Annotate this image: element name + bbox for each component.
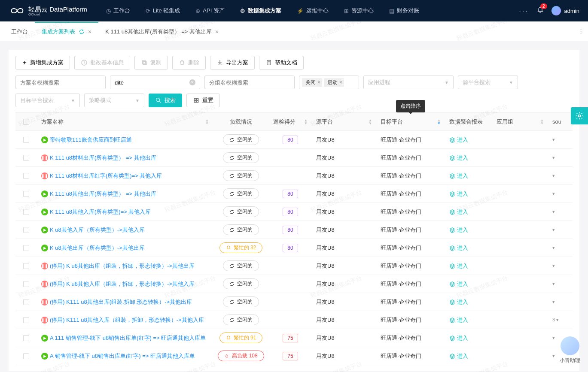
assistant[interactable]: 小青助理 xyxy=(560,336,580,364)
topnav-item[interactable]: ⊞资源中心 xyxy=(338,0,380,21)
sort-icon[interactable]: ▲▼ xyxy=(304,119,308,125)
enter-link[interactable]: 进入 xyxy=(449,154,468,162)
load-pill[interactable]: 繁忙的 91 xyxy=(219,333,263,343)
plan-link[interactable]: (停用) K u8其他入库（组装，拆卸，形态转换）->其他入库 xyxy=(50,280,195,288)
row-checkbox[interactable] xyxy=(23,227,29,233)
topnav-item[interactable]: ⊕API 资产 xyxy=(189,0,231,21)
plan-link[interactable]: K 111 u8其他出库(所有类型） => 其他出库 xyxy=(50,190,156,198)
load-pill[interactable]: 空闲的 xyxy=(223,315,259,325)
play-icon[interactable]: ▶ xyxy=(41,227,48,233)
row-checkbox[interactable] xyxy=(23,353,29,359)
help-button[interactable]: 帮助文档 xyxy=(259,56,304,70)
col-plan[interactable]: 方案名称▲▼ xyxy=(37,115,213,129)
pause-icon[interactable]: ❚❚ xyxy=(41,172,48,179)
row-checkbox[interactable] xyxy=(23,263,29,269)
more-menu-icon[interactable]: ··· xyxy=(519,8,529,14)
enter-link[interactable]: 进入 xyxy=(449,280,468,288)
row-checkbox[interactable] xyxy=(23,245,29,251)
plan-link[interactable]: (停用) K111 u8其他入库（组装，拆卸，形态转换）->其他入库 xyxy=(50,316,204,324)
topnav-item[interactable]: ⚡运维中心 xyxy=(291,0,335,21)
pause-icon[interactable]: ❚❚ xyxy=(41,263,48,269)
topnav-item[interactable]: ▤财务对账 xyxy=(383,0,425,21)
load-pill[interactable]: 空闲的 xyxy=(223,134,259,145)
row-checkbox[interactable] xyxy=(23,191,29,197)
topnav-item[interactable]: ◷工作台 xyxy=(100,0,136,21)
row-checkbox[interactable] xyxy=(23,137,29,143)
sort-icon[interactable]: ▲▼ xyxy=(205,119,209,125)
row-checkbox[interactable] xyxy=(23,317,29,323)
enter-link[interactable]: 进入 xyxy=(449,208,468,216)
name-search-input[interactable]: ✕ xyxy=(110,76,200,89)
close-icon[interactable]: × xyxy=(215,28,219,35)
row-more[interactable]: ▾ xyxy=(548,169,570,182)
row-checkbox[interactable] xyxy=(23,335,29,341)
sort-icon[interactable]: ▲▼ xyxy=(369,119,372,125)
load-pill[interactable]: 繁忙的 32 xyxy=(219,242,263,253)
play-icon[interactable]: ▶ xyxy=(41,209,48,215)
process-select[interactable]: 应用进程▼ xyxy=(363,76,454,89)
enter-link[interactable]: 进入 xyxy=(449,298,468,306)
refresh-icon[interactable] xyxy=(79,29,85,35)
notifications-bell[interactable]: 2 xyxy=(537,7,544,15)
pause-icon[interactable]: ❚❚ xyxy=(41,281,48,287)
load-pill[interactable]: 空闲的 xyxy=(223,152,259,163)
settings-fab[interactable] xyxy=(571,107,588,124)
enter-link[interactable]: 进入 xyxy=(449,316,468,324)
select-all-checkbox[interactable] xyxy=(23,119,29,125)
source-platform-select[interactable]: 源平台搜索▼ xyxy=(458,76,518,89)
enter-link[interactable]: 进入 xyxy=(449,262,468,270)
reset-button[interactable]: 重置 xyxy=(186,94,220,107)
enter-link[interactable]: 进入 xyxy=(449,172,468,180)
enter-link[interactable]: 进入 xyxy=(449,352,468,360)
user-menu[interactable]: admin xyxy=(551,6,579,15)
row-more[interactable]: ▾ xyxy=(548,260,570,272)
pause-icon[interactable]: ❚❚ xyxy=(41,154,48,161)
row-more[interactable]: ▾ xyxy=(548,133,570,146)
row-checkbox[interactable] xyxy=(23,299,29,305)
plan-link[interactable]: K 111 u8其他入库(所有类型)=> 其他入库 xyxy=(50,208,151,216)
pause-icon[interactable]: ❚❚ xyxy=(41,317,48,324)
tab[interactable]: K 111 u8其他出库(所有类型） => 其他出库× xyxy=(98,22,225,41)
edit-button[interactable]: 批改基本信息 xyxy=(74,56,130,70)
tab[interactable]: 集成方案列表× xyxy=(35,22,98,41)
load-pill[interactable]: 空闲的 xyxy=(223,206,259,217)
row-more[interactable]: ▾ xyxy=(548,188,570,200)
sort-icon[interactable]: ▲▼ xyxy=(540,119,544,125)
row-more[interactable]: ▾ xyxy=(548,224,570,236)
export-button[interactable]: 导出方案 xyxy=(210,56,255,70)
topnav-item[interactable]: ⚙数据集成方案 xyxy=(234,0,287,21)
row-more[interactable]: ▾ xyxy=(548,296,570,308)
row-more[interactable]: 3 ▾ xyxy=(548,314,570,326)
row-checkbox[interactable] xyxy=(23,155,29,161)
plan-search-input[interactable] xyxy=(15,76,106,89)
plan-link[interactable]: A 销售管理-线下 u8销售出库单(红字) => 旺店通其他入库单 xyxy=(50,352,195,360)
play-icon[interactable]: ▶ xyxy=(41,136,48,143)
pause-icon[interactable]: ❚❚ xyxy=(41,299,48,305)
copy-button[interactable]: 复制 xyxy=(134,56,168,70)
load-pill[interactable]: 空闲的 xyxy=(223,224,259,235)
row-more[interactable]: ▾ xyxy=(548,242,570,254)
plan-link[interactable]: K u8其他入库（所有类型）->其他入库 xyxy=(50,226,145,234)
play-icon[interactable]: ▶ xyxy=(41,335,48,342)
load-pill[interactable]: 空闲的 xyxy=(223,260,259,271)
add-plan-button[interactable]: ＋新增集成方案 xyxy=(15,56,70,70)
row-more[interactable]: ▾ xyxy=(548,278,570,290)
clear-icon[interactable]: ✕ xyxy=(189,79,195,85)
logo[interactable]: 轻易云 DataPlatform QCloud xyxy=(9,6,87,16)
target-platform-select[interactable]: 目标平台搜索▼ xyxy=(15,94,80,107)
close-icon[interactable]: × xyxy=(88,28,91,35)
row-checkbox[interactable] xyxy=(23,173,29,179)
load-pill[interactable]: 高负载 108 xyxy=(218,351,264,361)
plan-link[interactable]: 帝特物联111账套供应商到旺店通 xyxy=(50,136,132,144)
enter-link[interactable]: 进入 xyxy=(449,136,468,144)
load-pill[interactable]: 空闲的 xyxy=(223,278,259,289)
topnav-item[interactable]: ⟳Lite 轻集成 xyxy=(140,0,186,21)
row-checkbox[interactable] xyxy=(23,281,29,287)
plan-link[interactable]: (停用) K u8其他出库（组装，拆卸，形态转换）->其他出库 xyxy=(50,262,195,270)
play-icon[interactable]: ▶ xyxy=(41,353,48,360)
play-icon[interactable]: ▶ xyxy=(41,191,48,197)
play-icon[interactable]: ▶ xyxy=(41,245,48,251)
load-pill[interactable]: 空闲的 xyxy=(223,170,259,181)
search-button[interactable]: 搜索 xyxy=(149,94,182,107)
enter-link[interactable]: 进入 xyxy=(449,226,468,234)
